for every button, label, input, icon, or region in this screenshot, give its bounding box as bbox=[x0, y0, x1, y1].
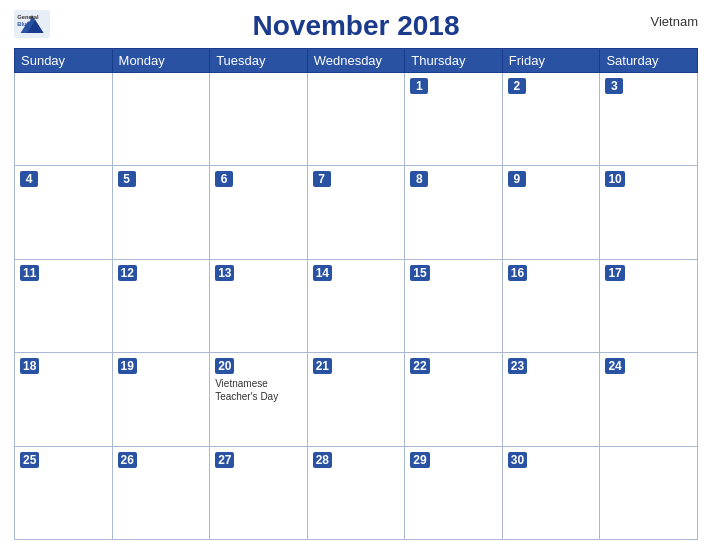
calendar-cell: 27 bbox=[210, 446, 308, 539]
day-number: 11 bbox=[20, 265, 39, 281]
calendar-cell: 14 bbox=[307, 259, 405, 352]
day-number: 1 bbox=[410, 78, 428, 94]
day-number: 6 bbox=[215, 171, 233, 187]
weekday-header-sunday: Sunday bbox=[15, 49, 113, 73]
calendar-cell: 28 bbox=[307, 446, 405, 539]
svg-text:Blue: Blue bbox=[17, 21, 29, 27]
calendar-cell: 16 bbox=[502, 259, 600, 352]
day-number: 20 bbox=[215, 358, 234, 374]
calendar-cell: 2 bbox=[502, 73, 600, 166]
week-row-1: 123 bbox=[15, 73, 698, 166]
logo: General Blue bbox=[14, 10, 50, 38]
calendar-cell: 12 bbox=[112, 259, 210, 352]
day-number: 23 bbox=[508, 358, 527, 374]
calendar-cell: 5 bbox=[112, 166, 210, 259]
day-number: 14 bbox=[313, 265, 332, 281]
calendar-cell: 30 bbox=[502, 446, 600, 539]
calendar-cell bbox=[15, 73, 113, 166]
day-number: 21 bbox=[313, 358, 332, 374]
calendar-cell: 9 bbox=[502, 166, 600, 259]
calendar-cell: 23 bbox=[502, 353, 600, 446]
day-number: 29 bbox=[410, 452, 429, 468]
calendar-cell bbox=[112, 73, 210, 166]
month-year-title: November 2018 bbox=[14, 10, 698, 42]
day-number: 9 bbox=[508, 171, 526, 187]
calendar-cell: 11 bbox=[15, 259, 113, 352]
calendar-cell: 24 bbox=[600, 353, 698, 446]
calendar-cell: 17 bbox=[600, 259, 698, 352]
calendar-table: SundayMondayTuesdayWednesdayThursdayFrid… bbox=[14, 48, 698, 540]
day-number: 3 bbox=[605, 78, 623, 94]
week-row-3: 11121314151617 bbox=[15, 259, 698, 352]
calendar-cell: 20Vietnamese Teacher's Day bbox=[210, 353, 308, 446]
calendar-cell bbox=[600, 446, 698, 539]
country-label: Vietnam bbox=[651, 14, 698, 29]
day-number: 17 bbox=[605, 265, 624, 281]
calendar-cell: 25 bbox=[15, 446, 113, 539]
calendar-cell: 26 bbox=[112, 446, 210, 539]
day-number: 18 bbox=[20, 358, 39, 374]
day-number: 7 bbox=[313, 171, 331, 187]
week-row-5: 252627282930 bbox=[15, 446, 698, 539]
weekday-header-monday: Monday bbox=[112, 49, 210, 73]
calendar-header: General Blue November 2018 Vietnam bbox=[14, 10, 698, 42]
calendar-cell: 3 bbox=[600, 73, 698, 166]
weekday-header-row: SundayMondayTuesdayWednesdayThursdayFrid… bbox=[15, 49, 698, 73]
calendar-cell bbox=[210, 73, 308, 166]
day-number: 30 bbox=[508, 452, 527, 468]
calendar-cell: 22 bbox=[405, 353, 503, 446]
calendar-cell bbox=[307, 73, 405, 166]
day-number: 22 bbox=[410, 358, 429, 374]
calendar-cell: 19 bbox=[112, 353, 210, 446]
day-number: 26 bbox=[118, 452, 137, 468]
calendar-cell: 18 bbox=[15, 353, 113, 446]
day-number: 19 bbox=[118, 358, 137, 374]
svg-text:General: General bbox=[17, 14, 39, 20]
calendar-cell: 6 bbox=[210, 166, 308, 259]
day-number: 25 bbox=[20, 452, 39, 468]
calendar-cell: 10 bbox=[600, 166, 698, 259]
day-number: 27 bbox=[215, 452, 234, 468]
calendar-wrapper: General Blue November 2018 Vietnam Sunda… bbox=[0, 0, 712, 550]
calendar-cell: 1 bbox=[405, 73, 503, 166]
calendar-cell: 13 bbox=[210, 259, 308, 352]
week-row-4: 181920Vietnamese Teacher's Day21222324 bbox=[15, 353, 698, 446]
day-number: 12 bbox=[118, 265, 137, 281]
day-number: 16 bbox=[508, 265, 527, 281]
day-number: 15 bbox=[410, 265, 429, 281]
calendar-cell: 15 bbox=[405, 259, 503, 352]
holiday-label: Vietnamese Teacher's Day bbox=[215, 377, 302, 403]
calendar-cell: 8 bbox=[405, 166, 503, 259]
calendar-cell: 21 bbox=[307, 353, 405, 446]
day-number: 5 bbox=[118, 171, 136, 187]
calendar-cell: 7 bbox=[307, 166, 405, 259]
day-number: 8 bbox=[410, 171, 428, 187]
day-number: 4 bbox=[20, 171, 38, 187]
weekday-header-friday: Friday bbox=[502, 49, 600, 73]
day-number: 24 bbox=[605, 358, 624, 374]
calendar-cell: 29 bbox=[405, 446, 503, 539]
calendar-title: November 2018 bbox=[14, 10, 698, 42]
week-row-2: 45678910 bbox=[15, 166, 698, 259]
weekday-header-thursday: Thursday bbox=[405, 49, 503, 73]
day-number: 2 bbox=[508, 78, 526, 94]
day-number: 28 bbox=[313, 452, 332, 468]
weekday-header-tuesday: Tuesday bbox=[210, 49, 308, 73]
weekday-header-saturday: Saturday bbox=[600, 49, 698, 73]
day-number: 10 bbox=[605, 171, 624, 187]
calendar-cell: 4 bbox=[15, 166, 113, 259]
weekday-header-wednesday: Wednesday bbox=[307, 49, 405, 73]
day-number: 13 bbox=[215, 265, 234, 281]
